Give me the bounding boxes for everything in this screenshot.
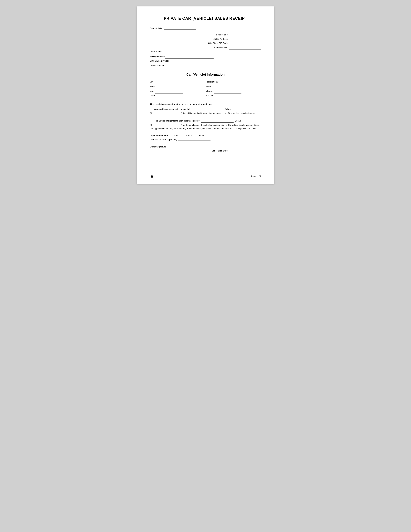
footer: 🗎 Page 1 of 1 — [150, 174, 261, 179]
payment-section: This receipt acknowledges the buyer’s pa… — [150, 103, 261, 130]
payment-option-1: A deposit being made in the amount of Do… — [150, 107, 261, 115]
buyer-signature-label: Buyer Signature — [150, 145, 166, 148]
check-number-row: Check Number (If applicable) — [150, 138, 261, 141]
year-row: Year — [150, 89, 206, 94]
document-title: PRIVATE CAR (VEHICLE) SALES RECEIPT — [150, 16, 261, 21]
doc-icon: 🗎 — [150, 174, 154, 179]
vehicle-section-title: Car (Vehicle) Information — [150, 73, 261, 76]
make-label: Make — [150, 85, 155, 88]
seller-phone-label: Phone Number — [214, 46, 228, 48]
date-of-sale-row: Date of Sale: — [150, 27, 261, 29]
buyer-name-row: Buyer Name — [150, 49, 261, 54]
option2-credit-row: ($ ) for the purchase of the vehicle des… — [150, 123, 261, 130]
option2-credit-text: ) for the purchase of the vehicle descri… — [150, 124, 259, 130]
check-number-label: Check Number (If applicable) — [150, 138, 177, 141]
buyer-signature-row: Buyer Signature — [150, 145, 261, 148]
other-label: Other: — [199, 134, 205, 137]
buyer-phone-field[interactable] — [164, 68, 197, 68]
option1-credit-row: ($ ) that will be credited towards the p… — [150, 112, 261, 115]
color-field[interactable] — [156, 98, 184, 98]
check-label: Check / — [186, 134, 193, 137]
vin-label: VIN — [150, 81, 153, 83]
buyer-section: Buyer Name Mailing Address City, State, … — [150, 49, 261, 68]
seller-section: Seller Name Mailing Address City, State,… — [150, 33, 261, 49]
addons-row: Add-ons — [206, 94, 261, 98]
mileage-label: Mileage — [206, 90, 213, 92]
option2-text: The agreed total (or remainder) purchase… — [154, 120, 200, 122]
checkbox-option2[interactable] — [150, 120, 152, 122]
seller-signature-field[interactable] — [229, 152, 261, 152]
seller-address-label: Mailing Address — [213, 38, 228, 40]
buyer-phone-label: Phone Number — [150, 64, 164, 67]
seller-name-label: Seller Name — [216, 34, 228, 36]
open-paren2: ($ — [150, 124, 152, 126]
registration-label: Registration # — [206, 81, 218, 83]
seller-signature-row: Seller Signature — [150, 150, 261, 152]
seller-signature-label: Seller Signature — [212, 150, 228, 152]
checkbox-check[interactable] — [182, 134, 185, 137]
payment-option-2: The agreed total (or remainder) purchase… — [150, 119, 261, 130]
buyer-address-label: Mailing Address — [150, 55, 165, 57]
color-row: Color — [150, 94, 206, 98]
cash-label: Cash / — [174, 134, 180, 137]
model-label: Model — [206, 85, 211, 88]
checkbox-cash[interactable] — [170, 134, 174, 137]
vehicle-grid: VIN Registration # Make Model Year Milea… — [150, 80, 261, 98]
registration-row: Registration # — [206, 80, 261, 84]
checkbox-other[interactable] — [195, 134, 199, 137]
option1-credit-text: ) that will be credited towards the purc… — [181, 112, 256, 114]
seller-address-row: Mailing Address — [150, 37, 261, 41]
option1-text: A deposit being made in the amount of — [154, 108, 190, 110]
vin-row: VIN — [150, 80, 206, 84]
color-label: Color — [150, 95, 155, 97]
buyer-phone-row: Phone Number — [150, 63, 261, 68]
buyer-address-row: Mailing Address — [150, 54, 261, 59]
seller-phone-field[interactable] — [229, 49, 261, 49]
seller-city-row: City, State, ZIP Code — [150, 41, 261, 45]
make-row: Make — [150, 84, 206, 89]
addons-label: Add-ons — [206, 95, 213, 97]
open-paren: ($ — [150, 112, 152, 114]
payment-made-by-label: Payment made by: — [150, 134, 168, 137]
option2-dollars: Dollars — [235, 120, 241, 122]
payment-title: This receipt acknowledges the buyer’s pa… — [150, 103, 261, 105]
year-label: Year — [150, 90, 154, 92]
model-row: Model — [206, 84, 261, 89]
seller-name-row: Seller Name — [150, 33, 261, 37]
seller-phone-row: Phone Number — [150, 45, 261, 49]
option2-dollar-field[interactable] — [152, 127, 181, 127]
page-label: Page 1 of 1 — [251, 175, 261, 177]
mileage-row: Mileage — [206, 89, 261, 94]
document-page: PRIVATE CAR (VEHICLE) SALES RECEIPT Date… — [137, 6, 274, 184]
addons-field[interactable] — [215, 98, 242, 98]
checkbox-option1[interactable] — [150, 108, 152, 110]
date-of-sale-label: Date of Sale: — [150, 27, 163, 29]
buyer-city-label: City, State, ZIP Code — [150, 60, 169, 62]
check-number-field[interactable] — [178, 141, 210, 141]
buyer-city-row: City, State, ZIP Code — [150, 59, 261, 63]
payment-made-by-row: Payment made by: Cash / Check / Other: — [150, 134, 261, 137]
signature-section: Buyer Signature Seller Signature — [150, 145, 261, 152]
date-of-sale-field[interactable] — [164, 29, 196, 29]
buyer-name-label: Buyer Name — [150, 50, 162, 53]
option1-dollars: Dollars — [225, 108, 231, 110]
seller-city-label: City, State, ZIP Code — [208, 42, 228, 44]
